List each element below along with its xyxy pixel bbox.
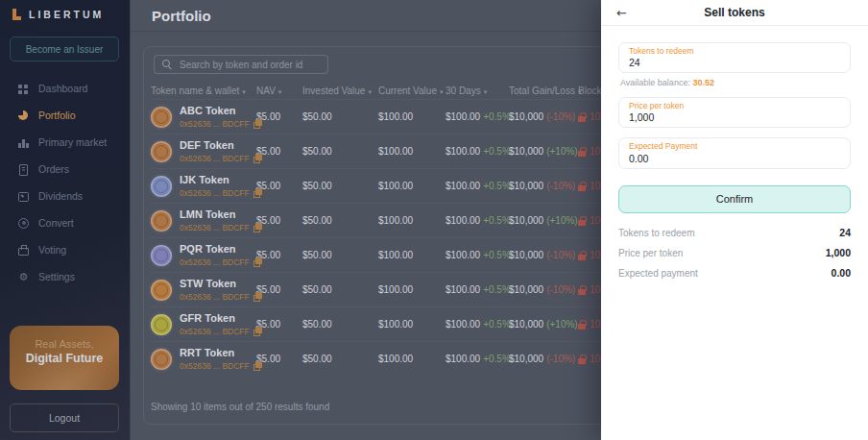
invested-value: $50.00 [302, 284, 378, 295]
token-wallet[interactable]: 0x52636 ... BDCFF [180, 154, 262, 163]
lock-icon [578, 112, 586, 122]
change-badge: +0.5% [483, 111, 511, 122]
copy-icon[interactable] [253, 257, 262, 266]
token-wallet[interactable]: 0x52636 ... BDCFF [180, 361, 262, 371]
become-issuer-button[interactable]: Become an Issuer [10, 37, 119, 61]
available-balance-label: Available balance: [620, 78, 690, 87]
sidebar-item-primary-market[interactable]: Primary market [0, 129, 130, 156]
sidebar-item-portfolio[interactable]: Portfolio [0, 102, 130, 129]
token-wallet[interactable]: 0x52636 ... BDCFF [180, 327, 262, 336]
brand-name: LIBERTUM [29, 9, 104, 20]
column-header-total[interactable]: Total Gain/Loss▾ [509, 86, 578, 96]
lock-icon [578, 147, 586, 157]
sidebar-item-dividends[interactable]: Dividends [0, 183, 130, 209]
bar-chart-icon [17, 136, 30, 149]
promo-line-2: Digital Future [10, 352, 119, 365]
sidebar-item-voting[interactable]: Voting [0, 236, 130, 263]
token-name: LMN Token [180, 208, 262, 221]
sidebar-item-orders[interactable]: Orders [0, 156, 130, 183]
change-badge: +0.5% [483, 284, 511, 295]
tokens-to-redeem-field[interactable]: Tokens to redeem [618, 42, 851, 73]
copy-icon[interactable] [253, 154, 262, 162]
expected-payment-field[interactable]: Expected Payment [618, 137, 851, 168]
back-arrow-icon[interactable]: ← [616, 7, 627, 19]
total-gain-loss: $10,000(-10%) [509, 284, 578, 295]
column-header-nav[interactable]: NAV▾ [256, 86, 302, 96]
search-bar[interactable] [154, 55, 328, 74]
column-header-30days[interactable]: 30 Days▾ [446, 86, 509, 96]
token-wallet[interactable]: 0x52636 ... BDCFF [180, 257, 262, 267]
promo-card: Real Assets, Digital Future [10, 326, 119, 390]
sidebar-item-label: Voting [38, 244, 66, 256]
nav-value: $5.00 [256, 215, 302, 226]
token-name: PQR Token [180, 243, 262, 256]
sidebar-item-label: Dashboard [38, 83, 87, 94]
sidebar-item-dashboard[interactable]: Dashboard [0, 75, 130, 102]
chevron-down-icon: ▾ [242, 88, 246, 96]
lock-icon [578, 320, 586, 330]
invested-value: $50.00 [302, 181, 378, 191]
column-header-current[interactable]: Current Value▾ [378, 86, 446, 96]
calendar-icon [17, 190, 30, 203]
change-badge: (-10%) [546, 284, 575, 295]
change-badge: +0.5% [483, 215, 511, 226]
total-gain-loss: $10,000(-10%) [509, 250, 578, 260]
copy-icon[interactable] [253, 327, 262, 335]
summary-row: Expected payment 0.00 [618, 263, 851, 283]
nav-value: $5.00 [256, 354, 302, 364]
token-name: RRT Token [180, 347, 262, 359]
copy-icon[interactable] [253, 223, 262, 232]
change-badge: (-10%) [546, 250, 575, 260]
total-gain-loss: $10,000(+10%) [509, 215, 578, 226]
token-wallet[interactable]: 0x52636 ... BDCFF [180, 223, 262, 232]
sidebar-item-settings[interactable]: ⚙ Settings [0, 263, 130, 290]
panel-title: Sell tokens [704, 6, 764, 19]
libertum-logo-icon [12, 9, 21, 20]
promo-line-1: Real Assets, [10, 338, 119, 350]
dashboard-icon [17, 83, 30, 95]
confirm-button[interactable]: Confirm [618, 185, 851, 213]
thirty-days-value: $100.00+0.5% [446, 111, 509, 122]
tokens-to-redeem-input[interactable] [629, 57, 840, 68]
copy-icon[interactable] [253, 188, 262, 197]
expected-payment-input[interactable] [629, 153, 840, 164]
nav-value: $5.00 [256, 146, 302, 157]
copy-icon[interactable] [253, 119, 262, 128]
copy-icon[interactable] [253, 292, 262, 301]
column-header-invested[interactable]: Invested Value▾ [302, 86, 378, 96]
price-per-token-field[interactable]: Price per token [618, 97, 851, 128]
column-header-token[interactable]: Token name & wallet▾ [151, 86, 256, 96]
change-badge: +0.5% [483, 250, 511, 260]
sidebar-item-convert[interactable]: Convert [0, 209, 130, 236]
thirty-days-value: $100.00+0.5% [446, 319, 509, 330]
logout-button[interactable]: Logout [10, 403, 119, 432]
chevron-down-icon: ▾ [368, 88, 372, 96]
price-per-token-input[interactable] [629, 111, 840, 123]
gear-icon: ⚙ [17, 271, 30, 283]
copy-icon[interactable] [253, 361, 262, 370]
change-badge: +0.5% [483, 354, 511, 364]
total-gain-loss: $10,000(+10%) [509, 146, 578, 157]
ballot-icon [17, 244, 30, 257]
current-value: $100.00 [378, 111, 446, 122]
sidebar-item-label: Dividends [38, 190, 83, 202]
invested-value: $50.00 [302, 215, 378, 226]
coin-icon [17, 217, 30, 230]
lock-icon [578, 354, 586, 364]
token-wallet[interactable]: 0x52636 ... BDCFF [180, 119, 262, 129]
token-wallet[interactable]: 0x52636 ... BDCFF [180, 292, 262, 302]
invested-value: $50.00 [302, 111, 378, 122]
sidebar: LIBERTUM Become an Issuer Dashboard Port… [0, 0, 130, 440]
invested-value: $50.00 [302, 354, 378, 364]
nav-value: $5.00 [256, 284, 302, 295]
libertum-logo[interactable]: LIBERTUM [12, 9, 104, 20]
token-wallet[interactable]: 0x52636 ... BDCFF [180, 188, 262, 198]
app-window: LIBERTUM Become an Issuer Dashboard Port… [0, 0, 868, 440]
nav-value: $5.00 [256, 319, 302, 330]
search-input[interactable] [178, 59, 320, 71]
sell-tokens-panel: ← Sell tokens Tokens to redeem Available… [601, 0, 868, 440]
invested-value: $50.00 [302, 250, 378, 260]
sidebar-item-label: Settings [38, 271, 75, 282]
token-coin-icon [151, 245, 172, 266]
token-coin-icon [151, 210, 172, 232]
